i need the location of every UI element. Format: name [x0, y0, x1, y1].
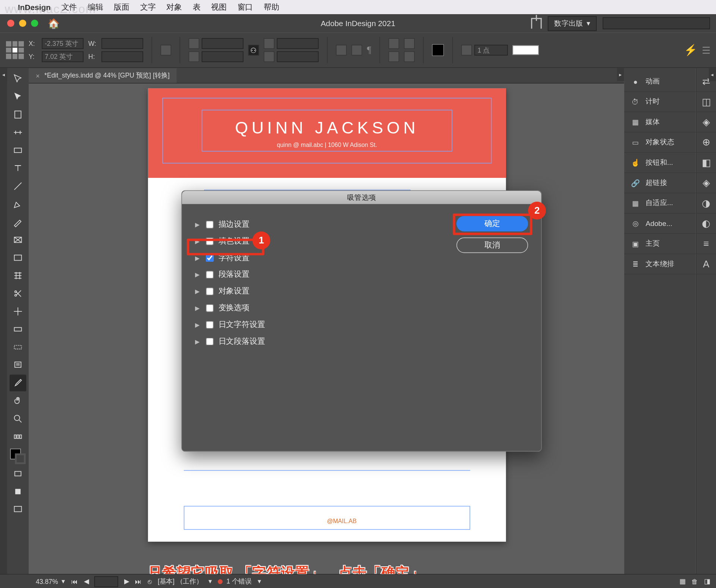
pencil-tool[interactable]: [10, 214, 26, 230]
align-top-icon[interactable]: [389, 38, 399, 49]
h-input[interactable]: [101, 51, 143, 62]
note-tool[interactable]: [10, 357, 26, 374]
expand-icon[interactable]: ▶: [195, 221, 201, 228]
scale-x-input[interactable]: [202, 38, 244, 49]
fill-stroke-swatch[interactable]: [10, 449, 26, 464]
minimize-window-icon[interactable]: [19, 20, 26, 27]
expand-icon[interactable]: ▶: [195, 305, 201, 311]
menu-layout[interactable]: 版面: [114, 2, 129, 13]
menu-help[interactable]: 帮助: [264, 2, 279, 13]
collapse-right-icon[interactable]: ▸: [617, 68, 624, 81]
view-grid-icon[interactable]: ▦: [679, 578, 685, 585]
panel-hyperlinks[interactable]: 🔗超链接: [624, 173, 696, 193]
constrain-icon[interactable]: [160, 45, 171, 56]
checkbox-jp-para[interactable]: [206, 337, 214, 345]
zoom-selector[interactable]: 43.87%▾: [36, 578, 65, 585]
panel-timing[interactable]: ⏱计时: [624, 92, 696, 112]
color-theme-tool[interactable]: [10, 428, 26, 445]
rectangle-tool[interactable]: [10, 249, 26, 266]
expand-icon[interactable]: ▶: [195, 254, 201, 261]
opt-jp-para[interactable]: ▶日文段落设置: [195, 333, 439, 350]
screen-mode-icon[interactable]: [10, 501, 26, 518]
selection-tool[interactable]: [10, 70, 26, 87]
stub-3[interactable]: ◈: [696, 112, 716, 132]
pen-tool[interactable]: [10, 196, 26, 213]
flip-v-icon[interactable]: [189, 51, 200, 62]
rotate-icon[interactable]: [264, 38, 274, 49]
share-icon[interactable]: [531, 18, 542, 29]
menu-object[interactable]: 对象: [166, 2, 182, 13]
text-frame-bottom[interactable]: [184, 506, 470, 530]
home-icon[interactable]: 🏠: [48, 18, 60, 29]
stroke-weight-input[interactable]: 1 点: [474, 45, 508, 56]
collapse-left-icon[interactable]: ◂: [0, 68, 7, 81]
menu-view[interactable]: 视图: [211, 2, 227, 13]
x-input[interactable]: -2.375 英寸: [42, 38, 84, 49]
opt-object[interactable]: ▶对象设置: [195, 283, 439, 299]
expand-icon[interactable]: ▶: [195, 321, 201, 328]
gradient-swatch-tool[interactable]: [10, 321, 26, 338]
checkbox-stroke[interactable]: [206, 220, 214, 228]
quick-apply-icon[interactable]: ⚡: [684, 44, 697, 57]
checkbox-object[interactable]: [206, 287, 214, 295]
stub-10[interactable]: A: [696, 254, 716, 274]
opt-transform[interactable]: ▶变换选项: [195, 299, 439, 316]
first-page-icon[interactable]: ⏮: [71, 578, 78, 585]
menu-table[interactable]: 表: [193, 2, 201, 13]
menu-type[interactable]: 文字: [140, 2, 156, 13]
panel-animation[interactable]: ●动画: [624, 72, 696, 92]
w-input[interactable]: [101, 38, 143, 49]
zoom-tool[interactable]: [10, 411, 26, 427]
rotate-ccw-icon[interactable]: [351, 45, 362, 56]
panel-liquid[interactable]: ▦自适应...: [624, 193, 696, 213]
reference-point[interactable]: [6, 41, 24, 59]
last-page-icon[interactable]: ⏭: [135, 578, 142, 585]
stub-5[interactable]: ◧: [696, 153, 716, 173]
checkbox-transform[interactable]: [206, 304, 214, 312]
search-input[interactable]: [603, 17, 710, 29]
content-collector-tool[interactable]: [10, 142, 26, 159]
gap-tool[interactable]: [10, 124, 26, 141]
shear-icon[interactable]: [264, 51, 274, 62]
fill-swatch[interactable]: [432, 44, 444, 56]
paragraph-style-status[interactable]: [基本] （工作）: [158, 577, 202, 586]
align-bottom-icon[interactable]: [389, 51, 399, 62]
checkbox-jp-char[interactable]: [206, 321, 214, 328]
panel-media[interactable]: ▦媒体: [624, 112, 696, 132]
eyedropper-tool[interactable]: [10, 375, 26, 392]
page-tool[interactable]: [10, 106, 26, 123]
stub-7[interactable]: ◑: [696, 193, 716, 213]
preflight-status[interactable]: 1 个错误: [218, 577, 252, 586]
panel-object-states[interactable]: ▭对象状态: [624, 132, 696, 152]
stub-9[interactable]: ≡: [696, 234, 716, 254]
hand-tool[interactable]: [10, 393, 26, 409]
paragraph-style-icon[interactable]: ¶: [367, 45, 371, 56]
checkbox-paragraph[interactable]: [206, 271, 214, 279]
rotate-cw-icon[interactable]: [336, 45, 347, 56]
link-icon[interactable]: ⚇: [248, 45, 259, 56]
next-page-icon[interactable]: ▶: [124, 578, 129, 585]
stroke-style-icon[interactable]: [461, 45, 472, 56]
expand-icon[interactable]: ▶: [195, 271, 201, 278]
open-icon[interactable]: ⎋: [148, 578, 152, 585]
opt-stroke[interactable]: ▶描边设置: [195, 216, 439, 233]
gradient-feather-tool[interactable]: [10, 339, 26, 356]
close-window-icon[interactable]: [7, 20, 14, 27]
collapse-stub-icon[interactable]: ◂: [709, 68, 716, 81]
y-input[interactable]: 7.02 英寸: [42, 51, 84, 62]
free-transform-tool[interactable]: [10, 303, 26, 320]
direct-selection-tool[interactable]: [10, 88, 26, 105]
stub-8[interactable]: ◐: [696, 214, 716, 234]
panel-pages[interactable]: ▣主页: [624, 234, 696, 254]
workspace-selector[interactable]: 数字出版▾: [548, 16, 597, 31]
view-split-icon[interactable]: ◨: [704, 578, 710, 585]
rotate-input[interactable]: [277, 38, 318, 49]
opt-jp-char[interactable]: ▶日文字符设置: [195, 316, 439, 333]
grid-tool[interactable]: [10, 267, 26, 284]
close-tab-icon[interactable]: ×: [36, 72, 40, 79]
line-tool[interactable]: [10, 178, 26, 195]
stub-6[interactable]: ◈: [696, 173, 716, 193]
apply-color-icon[interactable]: [10, 465, 26, 482]
page-input[interactable]: [94, 576, 118, 587]
panel-buttons[interactable]: ☝按钮和...: [624, 153, 696, 173]
